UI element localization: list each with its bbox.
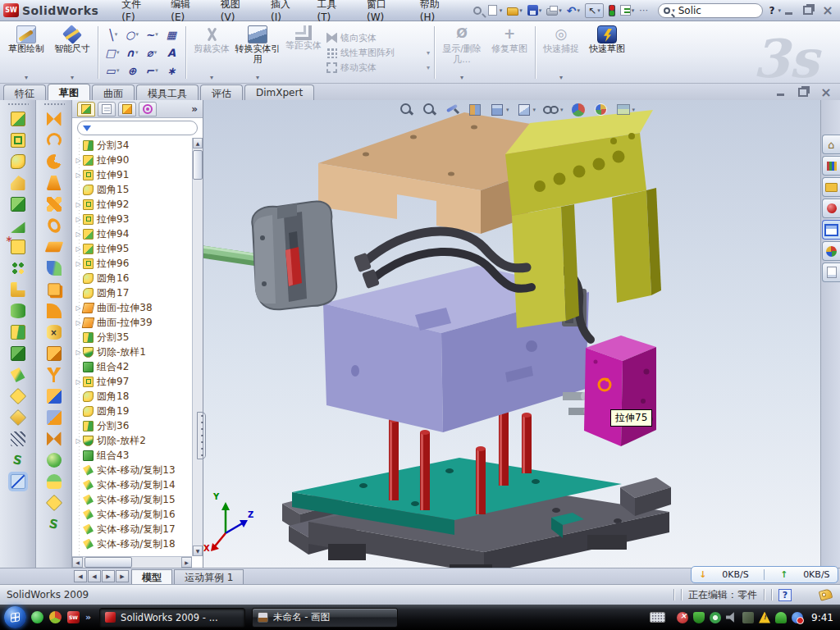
task-pane-tab[interactable] [822, 156, 840, 176]
model-tab[interactable]: 运动算例 1 [174, 569, 244, 584]
toolbar-button[interactable] [38, 279, 71, 300]
feature-tree-item[interactable]: 分割35 [72, 330, 192, 345]
tree-horizontal-scrollbar[interactable]: ◀ ▶ [72, 556, 192, 568]
smart-dimension-button[interactable]: 智能尺寸 [49, 24, 95, 81]
feature-tree-item[interactable]: 拉伸96 [72, 256, 192, 271]
feature-tree-item[interactable]: 组合43 [72, 448, 192, 463]
tray-icon[interactable] [677, 612, 688, 623]
toolbar-button[interactable] [2, 194, 34, 215]
feature-tree-item[interactable]: 圆角15 [72, 182, 192, 197]
toolbar-button[interactable] [2, 364, 34, 386]
more-icon[interactable]: ⋯ [639, 5, 649, 16]
flyout-arrow-icon[interactable]: ▾ [427, 64, 431, 71]
tree-filter-input[interactable] [77, 121, 198, 135]
view-tool-button[interactable] [571, 103, 586, 117]
toolbar-button[interactable] [2, 471, 34, 492]
toolbar-button[interactable] [38, 407, 71, 428]
toolbar-button[interactable] [38, 343, 71, 364]
task-pane-tab[interactable] [822, 262, 840, 282]
ribbon-tab[interactable]: 评估 [200, 84, 243, 100]
feature-tree-item[interactable]: 拉伸95 [72, 241, 192, 256]
feature-tree-item[interactable]: 圆角19 [72, 404, 192, 418]
feature-tree-item[interactable]: 切除-放样1 [72, 345, 192, 359]
expand-arrow-icon[interactable] [74, 437, 83, 445]
start-button[interactable] [4, 606, 26, 628]
feature-tree-item[interactable]: 曲面-拉伸39 [72, 315, 192, 330]
tab-last-icon[interactable]: ▶ [116, 570, 129, 582]
search-dropdown-icon[interactable]: ▾ [672, 7, 675, 14]
feature-tree-item[interactable]: 拉伸97 [72, 374, 192, 389]
doc-restore-button[interactable] [796, 86, 810, 98]
toolbar-button[interactable] [38, 236, 71, 258]
tray-icon[interactable] [775, 612, 787, 623]
toolbar-button[interactable] [2, 343, 34, 364]
feature-tree-item[interactable]: 拉伸92 [72, 197, 192, 212]
view-tool-button[interactable] [543, 102, 564, 117]
toolbar-button[interactable] [38, 194, 71, 215]
tree-vertical-scrollbar[interactable]: ▲ ▼ [192, 138, 203, 556]
toolbar-button[interactable] [2, 130, 34, 151]
tray-icon[interactable] [710, 612, 721, 623]
toolbar-button[interactable] [38, 322, 71, 343]
model-tab[interactable]: 模型 [131, 569, 172, 584]
expand-arrow-icon[interactable] [74, 171, 83, 179]
view-tool-button[interactable] [445, 102, 460, 117]
toolbar-button[interactable] [38, 151, 71, 172]
ribbon-tab[interactable]: 草图 [48, 84, 90, 100]
feature-tree-item[interactable]: 实体-移动/复制18 [72, 536, 192, 551]
offset-entities-button[interactable]: 等距实体 [281, 24, 326, 81]
feature-tree-item[interactable]: 实体-移动/复制16 [72, 507, 192, 522]
view-tool-button[interactable] [468, 103, 482, 117]
toolbar-button[interactable] [2, 151, 34, 172]
ribbon-tab[interactable]: DimXpert [244, 84, 314, 100]
quick-launch-icon[interactable] [31, 611, 43, 623]
pin-icon[interactable] [473, 7, 482, 15]
scroll-thumb[interactable] [84, 557, 132, 568]
toolbar-button[interactable] [38, 492, 71, 514]
expand-arrow-icon[interactable] [74, 349, 83, 356]
feature-tree-item[interactable]: 组合42 [72, 359, 192, 374]
sketch-entity-button[interactable]: ▭ [103, 62, 122, 80]
scroll-up-icon[interactable]: ▲ [193, 138, 203, 148]
model-side-block[interactable] [584, 336, 656, 446]
expand-arrow-icon[interactable] [74, 216, 83, 223]
sketch-entity-button[interactable]: ~ [142, 25, 162, 43]
tray-icon[interactable] [759, 612, 770, 623]
sketch-entity-button[interactable]: ⌀ [142, 43, 162, 62]
feature-tree-item[interactable]: 拉伸90 [72, 153, 192, 167]
expand-arrow-icon[interactable] [74, 245, 83, 253]
linear-sketch-pattern-button[interactable]: 线性草图阵列 ▾ [326, 47, 431, 59]
feature-tree-item[interactable]: 切除-放样2 [72, 433, 192, 448]
toolbar-button[interactable] [2, 172, 34, 194]
toolbar-button[interactable] [2, 236, 34, 258]
view-tool-button[interactable] [422, 102, 437, 117]
taskbar-button[interactable]: 未命名 - 画图 [252, 608, 398, 628]
feature-tree-item[interactable]: 实体-移动/复制15 [72, 492, 192, 507]
select-arrow-icon[interactable]: ↖▾ [585, 3, 604, 18]
tray-icon[interactable] [726, 612, 737, 623]
toolbar-button[interactable] [2, 300, 34, 322]
toolbar-button[interactable] [38, 130, 71, 151]
toolbar-button[interactable] [38, 386, 71, 407]
ribbon-tab[interactable]: 曲面 [92, 84, 135, 100]
view-tool-button[interactable] [517, 103, 536, 117]
expand-arrow-icon[interactable] [74, 201, 83, 208]
model-3d-view[interactable] [203, 100, 820, 568]
expand-arrow-icon[interactable] [74, 157, 83, 164]
expand-arrow-icon[interactable] [74, 378, 83, 386]
feature-tree-item[interactable]: 拉伸91 [72, 167, 192, 182]
task-pane-tab[interactable] [822, 135, 840, 154]
sketch-entity-button[interactable]: □ [103, 43, 122, 62]
minimize-button[interactable] [781, 4, 796, 16]
quick-launch-icon[interactable] [49, 611, 62, 623]
toolbar-button[interactable] [38, 108, 71, 130]
toolbar-button[interactable] [2, 428, 34, 450]
toolbar-button[interactable] [38, 172, 71, 194]
open-icon[interactable]: ▾ [507, 5, 523, 16]
toolbar-button[interactable] [2, 279, 34, 300]
search-input[interactable] [677, 4, 742, 17]
dimxpertmanager-tab[interactable] [139, 102, 157, 116]
chevron-icon[interactable]: » [85, 612, 91, 623]
toolbar-button[interactable] [2, 108, 34, 130]
toolbar-grip[interactable] [43, 103, 65, 107]
